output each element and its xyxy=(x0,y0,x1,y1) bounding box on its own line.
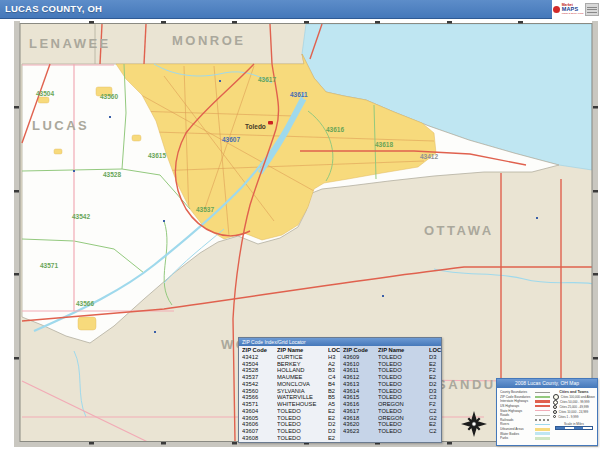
loc-cell: D2 xyxy=(429,381,443,388)
legend-swatch xyxy=(535,428,550,431)
city-size-icon xyxy=(553,410,557,414)
legend-swatch xyxy=(535,415,550,417)
zip-code-cell: 43504 xyxy=(242,361,277,368)
zip-code-cell: 43615 xyxy=(343,394,378,401)
city-class-label: Cities 10,000 - 24,999 xyxy=(559,410,588,414)
zip-name-cell: TOLEDO xyxy=(277,415,328,422)
legend-item-label: County Boundaries xyxy=(500,390,535,394)
map-document: LUCAS COUNTY, OH Market MAPS Maps of Eve… xyxy=(0,0,600,450)
zip-name-cell: HOLLAND xyxy=(277,367,328,374)
zip-code-cell: 43604 xyxy=(242,408,277,415)
loc-cell: E2 xyxy=(429,421,443,428)
zip-code-cell: 43611 xyxy=(343,367,378,374)
legend-item: Parks xyxy=(500,436,550,441)
brand-logo: Market MAPS Maps of Every Kind xyxy=(552,0,600,19)
zip-code-cell: 43613 xyxy=(343,381,378,388)
column-header: LOC xyxy=(429,347,443,354)
toledo-marker xyxy=(268,121,273,125)
legend-swatch xyxy=(535,392,550,394)
loc-cell: C2 xyxy=(429,428,443,435)
zip-code-cell: 43537 xyxy=(242,374,277,381)
zip-code-cell: 43607 xyxy=(242,428,277,435)
zip-code-cell: 43605 xyxy=(242,415,277,422)
loc-cell: G2 xyxy=(429,415,443,422)
legend-item-label: State Highways xyxy=(500,409,535,413)
map-legend: 2008 Lucas County, OH Map County Boundar… xyxy=(496,378,598,446)
zip-code-cell: 43617 xyxy=(343,408,378,415)
zip-name-cell: TOLEDO xyxy=(277,435,328,442)
title-bar: LUCAS COUNTY, OH xyxy=(0,0,552,19)
zip-name-cell: TOLEDO xyxy=(378,408,429,415)
zip-code-cell: 43614 xyxy=(343,388,378,395)
legend-swatch xyxy=(535,437,550,440)
legend-item-label: Interstate Highways xyxy=(500,399,535,403)
city-class-row: Cities 25,000 - 49,999 xyxy=(553,405,595,410)
zip-name-cell: TOLEDO xyxy=(378,388,429,395)
zip-code-cell: 43618 xyxy=(343,415,378,422)
zip-index-table: ZIP Code Index/Grid Locator ZIP CodeZIP … xyxy=(238,337,442,443)
legend-item-label: Water Bodies xyxy=(500,432,535,436)
zip-name-cell: TOLEDO xyxy=(378,428,429,435)
scale-bar xyxy=(555,426,593,431)
column-header: ZIP Name xyxy=(277,347,328,354)
zip-code-cell: 43612 xyxy=(343,374,378,381)
zip-code-cell: 43571 xyxy=(242,401,277,408)
zip-code-cell: 43610 xyxy=(343,361,378,368)
city-class-row: Cities 1 - 9,999 xyxy=(553,414,595,419)
zip-table-right-group: ZIP CodeZIP NameLOC43609TOLEDOD343610TOL… xyxy=(340,346,441,442)
zip-table-left-group: ZIP CodeZIP NameLOC43412CURTICEH343504BE… xyxy=(239,346,340,442)
zip-code-cell: 43620 xyxy=(343,421,378,428)
zip-code-cell: 43609 xyxy=(343,354,378,361)
legend-item-label: Parks xyxy=(500,436,535,440)
zip-code-cell xyxy=(343,435,378,442)
zip-name-cell: TOLEDO xyxy=(378,361,429,368)
zip-name-cell: CURTICE xyxy=(277,354,328,361)
legend-item-label: Roads xyxy=(500,413,535,417)
loc-cell: C3 xyxy=(429,394,443,401)
loc-cell: C2 xyxy=(429,408,443,415)
loc-cell: E2 xyxy=(429,374,443,381)
city-class-label: Cities 50,000 - 99,999 xyxy=(560,400,589,404)
legend-item-label: ZIP Code Boundaries xyxy=(500,395,535,399)
zip-code-cell: 43623 xyxy=(343,428,378,435)
loc-cell: D3 xyxy=(429,354,443,361)
legend-swatch xyxy=(535,424,550,426)
city-class-row: Cities 50,000 - 99,999 xyxy=(553,400,595,405)
zip-name-cell: WATERVILLE xyxy=(277,394,328,401)
legend-cities: Cities and Towns Cities 100,000 and Abov… xyxy=(550,390,595,441)
loc-cell: E2 xyxy=(429,361,443,368)
zip-code-cell: 43608 xyxy=(242,435,277,442)
loc-cell: F2 xyxy=(429,401,443,408)
legend-item-label: Urbanized Areas xyxy=(500,427,535,431)
logo-badge-icon xyxy=(585,3,599,16)
zip-name-cell: MAUMEE xyxy=(277,374,328,381)
column-header: ZIP Code xyxy=(343,347,378,354)
legend-item-label: Rivers xyxy=(500,422,535,426)
loc-cell xyxy=(429,435,443,442)
zip-code-cell: 43560 xyxy=(242,388,277,395)
zip-code-cell: 43542 xyxy=(242,381,277,388)
legend-item-label: US Highways xyxy=(500,404,535,408)
logo-tagline: Maps of Every Kind xyxy=(562,13,584,16)
logo-sun-icon xyxy=(553,6,560,13)
zip-name-cell: OREGON xyxy=(378,415,429,422)
page-title: LUCAS COUNTY, OH xyxy=(0,0,552,18)
zip-name-cell: TOLEDO xyxy=(277,421,328,428)
zip-name-cell xyxy=(378,435,429,442)
zip-name-cell: TOLEDO xyxy=(378,354,429,361)
zip-table-title: ZIP Code Index/Grid Locator xyxy=(239,338,441,346)
column-header: ZIP Code xyxy=(242,347,277,354)
zip-code-cell: 43412 xyxy=(242,354,277,361)
zip-name-cell: MONCLOVA xyxy=(277,381,328,388)
zip-name-cell: WHITEHOUSE xyxy=(277,401,328,408)
zip-name-cell: TOLEDO xyxy=(378,374,429,381)
legend-title: 2008 Lucas County, OH Map xyxy=(497,379,597,388)
zip-name-cell: TOLEDO xyxy=(277,428,328,435)
zip-code-cell: 43528 xyxy=(242,367,277,374)
city-class-label: Cities 1 - 9,999 xyxy=(558,415,578,419)
zip-code-cell: 43616 xyxy=(343,401,378,408)
zip-name-cell: OREGON xyxy=(378,401,429,408)
loc-cell: F2 xyxy=(429,367,443,374)
legend-swatch xyxy=(535,400,550,403)
legend-items: County BoundariesZIP Code BoundariesInte… xyxy=(500,390,550,441)
